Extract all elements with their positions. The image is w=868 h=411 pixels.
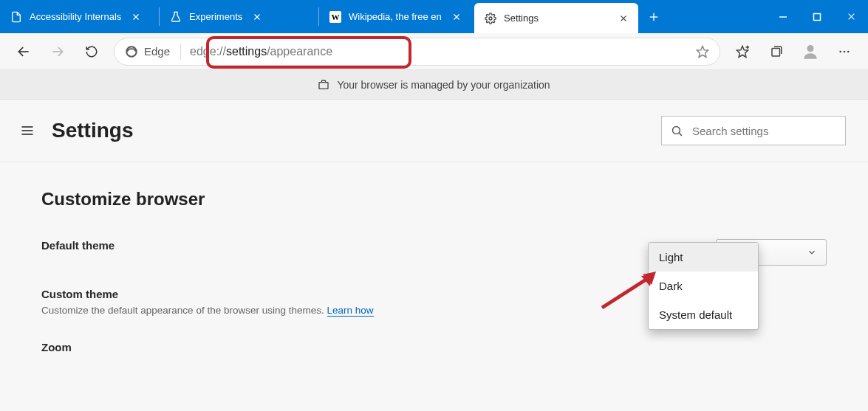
briefcase-icon [318,79,329,91]
svg-point-25 [839,50,841,52]
custom-theme-label: Custom theme [41,288,118,300]
hamburger-menu-button[interactable] [16,116,38,145]
managed-banner: Your browser is managed by your organiza… [0,70,868,100]
settings-header: Settings [0,100,868,162]
tab-label: Wikipedia, the free en [349,11,442,22]
file-icon [10,11,22,23]
new-tab-button[interactable] [638,0,669,33]
row-zoom: Zoom [41,341,827,353]
window-controls [766,0,868,33]
maximize-button[interactable] [800,0,834,33]
tab-accessibility[interactable]: Accessibility Internals [0,0,159,33]
site-identity[interactable]: Edge [125,44,181,60]
refresh-button[interactable] [75,37,108,66]
svg-rect-28 [319,82,328,89]
svg-point-26 [844,50,846,52]
toolbar: Edge edge://settings/appearance [0,33,868,70]
close-tab-icon[interactable] [129,10,143,24]
svg-point-32 [672,126,680,134]
tab-wikipedia[interactable]: W Wikipedia, the free en [319,0,474,33]
page-title: Settings [52,119,133,142]
search-settings[interactable] [661,116,846,145]
zoom-label: Zoom [41,341,72,353]
theme-option-light[interactable]: Light [649,243,758,272]
settings-content: Customize browser Default theme Light Cu… [0,162,868,402]
tab-label: Experiments [189,11,242,22]
address-bar[interactable]: Edge edge://settings/appearance [114,38,720,66]
collections-button[interactable] [760,37,793,66]
theme-option-system[interactable]: System default [649,300,758,329]
url-text: edge://settings/appearance [190,45,332,58]
minimize-button[interactable] [766,0,800,33]
flask-icon [170,11,182,23]
svg-point-27 [847,50,850,52]
theme-dropdown: Light Dark System default [648,242,759,330]
theme-option-dark[interactable]: Dark [649,272,758,300]
search-icon [671,125,683,137]
svg-rect-13 [814,13,821,20]
learn-how-link[interactable]: Learn how [327,305,374,317]
svg-rect-23 [772,48,780,56]
section-title: Customize browser [41,189,827,210]
svg-marker-19 [697,46,708,57]
tab-label: Accessibility Internals [30,11,121,22]
more-button[interactable] [828,37,861,66]
search-settings-input[interactable] [692,125,836,137]
titlebar: Accessibility Internals Experiments W Wi… [0,0,868,33]
back-button[interactable] [7,37,40,66]
edge-logo-icon [125,45,138,58]
brand-label: Edge [144,45,170,58]
close-tab-icon[interactable] [250,10,264,24]
managed-text: Your browser is managed by your organiza… [337,79,550,91]
close-tab-icon[interactable] [616,11,631,26]
chevron-down-icon [807,247,817,258]
favorites-button[interactable] [726,37,759,66]
close-tab-icon[interactable] [449,10,464,24]
forward-button[interactable] [41,37,74,66]
default-theme-label: Default theme [41,239,115,252]
profile-button[interactable] [794,37,827,66]
gear-icon [485,13,496,24]
tab-label: Settings [504,13,539,24]
tab-experiments[interactable]: Experiments [160,0,318,33]
custom-theme-sub: Customize the default appearance of the … [41,305,374,316]
favorite-button[interactable] [696,45,709,58]
svg-point-24 [807,45,813,52]
svg-point-7 [489,17,492,20]
tab-settings[interactable]: Settings [474,3,638,33]
wikipedia-icon: W [329,11,341,23]
close-window-button[interactable] [834,0,868,33]
svg-line-33 [679,132,682,135]
